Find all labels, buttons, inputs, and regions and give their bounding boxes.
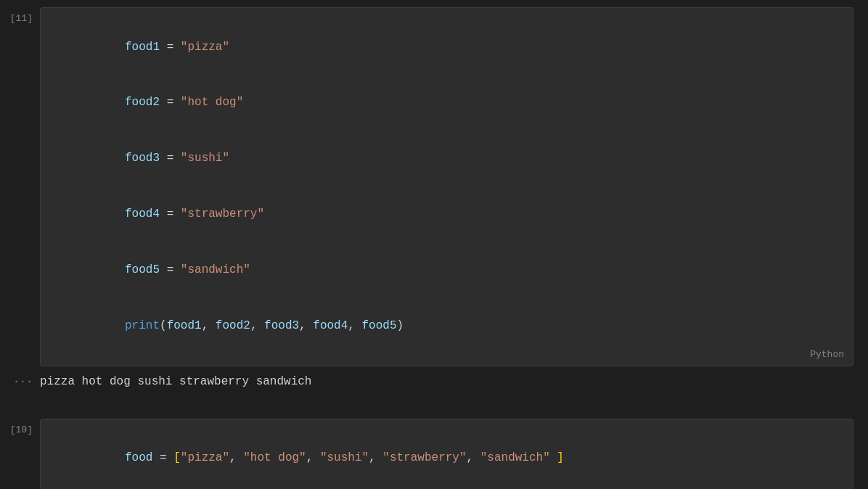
output-wrapper-11: ... pizza hot dog sushi strawberry sandw… bbox=[0, 366, 868, 397]
code-cell-11[interactable]: food1 = "pizza" food2 = "hot dog" food3 … bbox=[40, 7, 853, 366]
kw-print-1: print bbox=[125, 319, 160, 332]
bracket-open: [ bbox=[173, 451, 181, 464]
output-content-11: pizza hot dog sushi strawberry sandwich bbox=[40, 366, 868, 397]
cell-wrapper-11: [11] food1 = "pizza" food2 = "hot dog" f… bbox=[0, 7, 868, 366]
code-line-1: food1 = "pizza" bbox=[55, 20, 838, 75]
spacer bbox=[0, 397, 868, 419]
cell-number-10: [10] bbox=[0, 419, 40, 489]
cell-wrapper-10: [10] food = ["pizza", "hot dog", "sushi"… bbox=[0, 419, 868, 489]
str-pizza: "pizza" bbox=[181, 41, 229, 54]
output-text-11: pizza hot dog sushi strawberry sandwich bbox=[40, 375, 311, 388]
var-food5: food5 bbox=[125, 263, 160, 276]
str-hotdog: "hot dog" bbox=[181, 96, 243, 109]
code-line-2: food2 = "hot dog" bbox=[55, 75, 838, 131]
var-food1: food1 bbox=[125, 41, 160, 54]
code-line-4: food4 = "strawberry" bbox=[55, 186, 838, 242]
code-line-10-2: print(food) bbox=[55, 486, 838, 489]
cell-number-11: [11] bbox=[0, 7, 40, 366]
code-line-6: print(food1, food2, food3, food4, food5) bbox=[55, 298, 838, 354]
var-food2: food2 bbox=[125, 96, 160, 109]
cell-content-10: food = ["pizza", "hot dog", "sushi", "st… bbox=[40, 419, 868, 489]
code-cell-10[interactable]: food = ["pizza", "hot dog", "sushi", "st… bbox=[40, 419, 853, 489]
lang-label-11: Python bbox=[810, 349, 844, 360]
str-sushi: "sushi" bbox=[181, 152, 229, 165]
output-number-11: ... bbox=[0, 366, 40, 397]
var-food4: food4 bbox=[125, 207, 160, 221]
cell-content-11: food1 = "pizza" food2 = "hot dog" food3 … bbox=[40, 7, 868, 366]
var-food: food bbox=[125, 451, 152, 464]
str-sandwich: "sandwich" bbox=[181, 263, 250, 276]
notebook-container: [11] food1 = "pizza" food2 = "hot dog" f… bbox=[0, 0, 868, 489]
bracket-close: ] bbox=[557, 451, 564, 464]
code-line-3: food3 = "sushi" bbox=[55, 131, 838, 187]
var-food3: food3 bbox=[125, 152, 160, 165]
output-cell-11: pizza hot dog sushi strawberry sandwich bbox=[40, 366, 853, 397]
code-line-5: food5 = "sandwich" bbox=[55, 242, 838, 298]
str-strawberry: "strawberry" bbox=[181, 207, 264, 221]
code-line-10-1: food = ["pizza", "hot dog", "sushi", "st… bbox=[55, 431, 838, 487]
